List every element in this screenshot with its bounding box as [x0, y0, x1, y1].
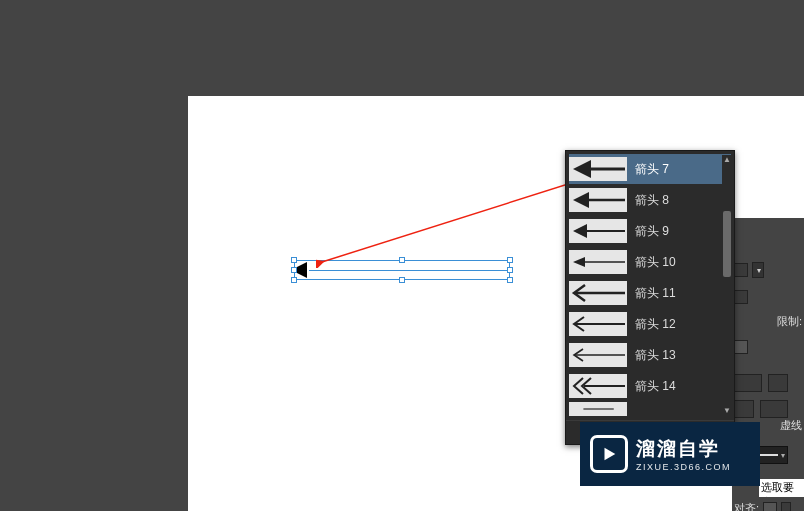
arrowhead-item-9[interactable]: 箭头 9: [569, 216, 731, 246]
arrowhead-thumb-icon: [569, 374, 627, 398]
scroll-thumb[interactable]: [723, 211, 731, 277]
arrowhead-item-14[interactable]: 箭头 14: [569, 371, 731, 401]
arrowhead-thumb-icon: [569, 250, 627, 274]
selection-midline: [309, 270, 510, 271]
arrowhead-thumb-icon: [569, 312, 627, 336]
arrowhead-item-11[interactable]: 箭头 11: [569, 278, 731, 308]
hint-text: 选取要应: [761, 481, 794, 497]
arrowhead-thumb-icon: [569, 281, 627, 305]
resize-handle-bot-mid[interactable]: [399, 277, 405, 283]
play-icon: [590, 435, 628, 473]
mini-dropdown[interactable]: ▾: [752, 262, 764, 278]
cap-option-icon[interactable]: [734, 263, 748, 277]
cap-option-icon[interactable]: [734, 290, 748, 304]
cap-button[interactable]: [734, 374, 762, 392]
arrowhead-thumb-icon: [569, 188, 627, 212]
arrowhead-item-13[interactable]: 箭头 13: [569, 340, 731, 370]
arrowhead-item-label: 箭头 7: [635, 161, 669, 178]
arrowhead-thumb-icon: [569, 219, 627, 243]
resize-handle-top-left[interactable]: [291, 257, 297, 263]
watermark-title: 溜溜自学: [636, 436, 731, 462]
corner-option-icon[interactable]: [734, 340, 748, 354]
arrowhead-thumb-icon: [569, 402, 627, 416]
arrowhead-item-partial[interactable]: [569, 402, 731, 416]
resize-handle-mid-left[interactable]: [291, 267, 297, 273]
arrowhead-item-7[interactable]: 箭头 7: [569, 154, 731, 184]
cap-button[interactable]: [734, 400, 754, 418]
align-option-icon[interactable]: [763, 502, 777, 512]
arrowhead-thumb-icon: [569, 343, 627, 367]
resize-handle-mid-right[interactable]: [507, 267, 513, 273]
arrowhead-item-label: 箭头 11: [635, 285, 676, 302]
arrowhead-item-label: 箭头 14: [635, 378, 676, 395]
watermark-url: ZIXUE.3D66.COM: [636, 462, 731, 472]
limit-label: 限制:: [777, 314, 802, 329]
arrowhead-item-8[interactable]: 箭头 8: [569, 185, 731, 215]
cap-button[interactable]: [768, 374, 788, 392]
arrowhead-item-label: 箭头 12: [635, 316, 676, 333]
dash-label: 虚线: [780, 418, 802, 433]
align-option-icon[interactable]: [781, 502, 791, 512]
arrowhead-item-label: 箭头 8: [635, 192, 669, 209]
hint-tooltip: 选取要应: [759, 479, 804, 497]
arrowhead-thumb-icon: [569, 157, 627, 181]
resize-handle-bot-right[interactable]: [507, 277, 513, 283]
cap-button[interactable]: [760, 400, 788, 418]
dropdown-scrollbar[interactable]: ▲ ▼: [722, 155, 732, 416]
scroll-up-icon[interactable]: ▲: [722, 155, 732, 165]
arrowhead-item-label: 箭头 9: [635, 223, 669, 240]
arrowhead-item-label: 箭头 13: [635, 347, 676, 364]
align-label: 对齐:: [734, 501, 759, 511]
resize-handle-bot-left[interactable]: [291, 277, 297, 283]
resize-handle-top-right[interactable]: [507, 257, 513, 263]
watermark-badge: 溜溜自学 ZIXUE.3D66.COM: [580, 422, 760, 486]
arrowhead-item-12[interactable]: 箭头 12: [569, 309, 731, 339]
arrowhead-dropdown-panel: 箭头 7 箭头 8 箭头 9 箭头 10 箭头 11: [565, 150, 735, 445]
arrowhead-item-label: 箭头 10: [635, 254, 676, 271]
arrowhead-item-10[interactable]: 箭头 10: [569, 247, 731, 277]
resize-handle-top-mid[interactable]: [399, 257, 405, 263]
arrowhead-list: 箭头 7 箭头 8 箭头 9 箭头 10 箭头 11: [566, 151, 734, 420]
selected-arrow-object[interactable]: [294, 260, 510, 280]
scroll-down-icon[interactable]: ▼: [722, 406, 732, 416]
